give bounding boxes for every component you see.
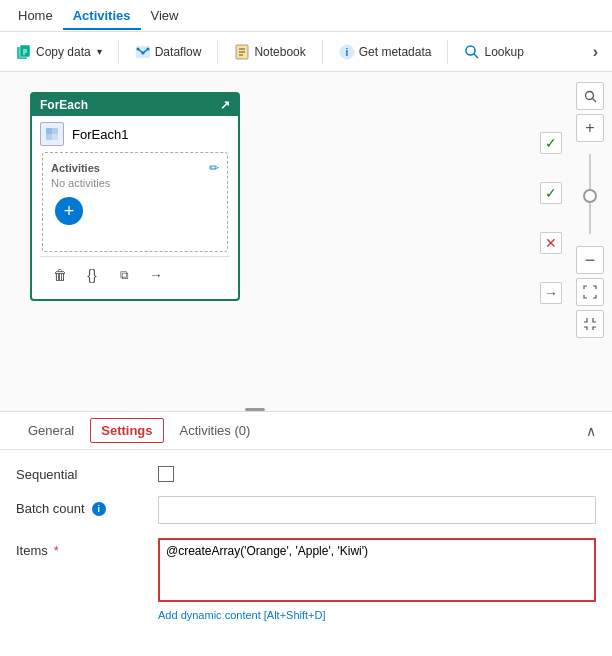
menu-activities[interactable]: Activities	[63, 2, 141, 29]
activities-edit-icon[interactable]: ✏	[209, 161, 219, 175]
menu-view[interactable]: View	[141, 2, 189, 29]
items-label: Items *	[16, 538, 146, 558]
svg-point-5	[146, 47, 149, 50]
foreach-body: ForEach1 Activities ✏ No activities + 🗑 …	[32, 116, 238, 299]
foreach-header: ForEach ↗	[32, 94, 238, 116]
bottom-panel: General Settings Activities (0) ∧ Sequen…	[0, 412, 612, 647]
zoom-in-button[interactable]: +	[576, 114, 604, 142]
canvas-drag-handle[interactable]	[245, 408, 265, 411]
sequential-control	[158, 462, 596, 482]
svg-rect-12	[46, 128, 52, 134]
batch-count-input[interactable]	[158, 496, 596, 524]
copy-data-label: Copy data	[36, 45, 91, 59]
check-success-icon: ✓	[540, 132, 562, 154]
get-metadata-label: Get metadata	[359, 45, 432, 59]
lookup-label: Lookup	[484, 45, 523, 59]
batch-count-row: Batch count i	[16, 496, 596, 524]
code-button[interactable]: {}	[80, 263, 104, 287]
more-button[interactable]: ›	[587, 39, 604, 65]
foreach-node-icon	[40, 122, 64, 146]
error-icon: ✕	[540, 232, 562, 254]
svg-point-4	[141, 51, 144, 54]
settings-panel: Sequential Batch count i Items *	[0, 450, 612, 647]
tab-settings[interactable]: Settings	[90, 418, 163, 443]
svg-line-11	[474, 54, 478, 58]
panel-collapse-button[interactable]: ∧	[586, 423, 596, 439]
batch-count-info-icon: i	[92, 502, 106, 516]
inner-activities-box: Activities ✏ No activities +	[42, 152, 228, 252]
foreach-expand-icon: ↗	[220, 98, 230, 112]
lookup-button[interactable]: Lookup	[456, 40, 531, 64]
toolbar: Copy data ▾ Dataflow Notebook	[0, 32, 612, 72]
sequential-label: Sequential	[16, 462, 146, 482]
foreach-node-label: ForEach1	[72, 127, 128, 142]
collapse-button[interactable]	[576, 310, 604, 338]
separator-1	[118, 40, 119, 64]
foreach-title: ForEach	[40, 98, 88, 112]
duplicate-button[interactable]: ⧉	[112, 263, 136, 287]
get-metadata-button[interactable]: i Get metadata	[331, 40, 440, 64]
sequential-checkbox[interactable]	[158, 466, 174, 482]
menu-bar: Home Activities View	[0, 0, 612, 32]
foreach-node-row: ForEach1	[40, 122, 230, 146]
items-row: Items * Add dynamic content [Alt+Shift+D…	[16, 538, 596, 621]
batch-count-label: Batch count i	[16, 496, 146, 516]
svg-point-10	[466, 46, 475, 55]
canvas-right-icons: ✓ ✓ ✕ →	[540, 132, 562, 304]
search-canvas-button[interactable]	[576, 82, 604, 110]
zoom-out-button[interactable]: −	[576, 246, 604, 274]
items-input[interactable]	[158, 538, 596, 602]
fit-to-screen-button[interactable]	[576, 278, 604, 306]
items-control: Add dynamic content [Alt+Shift+D]	[158, 538, 596, 621]
notebook-label: Notebook	[254, 45, 305, 59]
notebook-button[interactable]: Notebook	[226, 40, 313, 64]
dynamic-content-link[interactable]: Add dynamic content [Alt+Shift+D]	[158, 609, 596, 621]
zoom-thumb[interactable]	[583, 189, 597, 203]
copy-data-dropdown: ▾	[97, 46, 102, 57]
activities-subtitle: No activities	[51, 177, 219, 189]
copy-data-icon	[16, 44, 32, 60]
add-activity-button[interactable]: +	[55, 197, 83, 225]
zoom-slider[interactable]	[589, 150, 591, 238]
svg-point-16	[585, 91, 593, 99]
separator-4	[447, 40, 448, 64]
canvas-side-controls: + −	[576, 82, 604, 338]
check-active-icon: ✓	[540, 182, 562, 204]
svg-rect-14	[46, 134, 52, 140]
metadata-icon: i	[339, 44, 355, 60]
tab-activities[interactable]: Activities (0)	[168, 415, 263, 446]
menu-home[interactable]: Home	[8, 2, 63, 29]
arrow-button[interactable]: →	[144, 263, 168, 287]
batch-count-control	[158, 496, 596, 524]
dataflow-button[interactable]: Dataflow	[127, 40, 210, 64]
svg-text:i: i	[345, 47, 348, 58]
canvas-area: ForEach ↗ ForEach1 Activities	[0, 72, 612, 412]
tabs-row: General Settings Activities (0) ∧	[0, 412, 612, 450]
sequential-row: Sequential	[16, 462, 596, 482]
activities-title: Activities	[51, 162, 100, 174]
separator-2	[217, 40, 218, 64]
dataflow-label: Dataflow	[155, 45, 202, 59]
dataflow-icon	[135, 44, 151, 60]
tab-general[interactable]: General	[16, 415, 86, 446]
svg-line-17	[592, 98, 596, 102]
svg-rect-13	[52, 128, 58, 134]
separator-3	[322, 40, 323, 64]
svg-point-3	[136, 47, 139, 50]
notebook-icon	[234, 44, 250, 60]
foreach-node[interactable]: ForEach ↗ ForEach1 Activities	[30, 92, 240, 301]
zoom-track	[589, 154, 591, 234]
svg-rect-1	[20, 45, 30, 57]
foreach-toolbar: 🗑 {} ⧉ →	[40, 256, 230, 293]
lookup-icon	[464, 44, 480, 60]
delete-button[interactable]: 🗑	[48, 263, 72, 287]
inner-activities-header: Activities ✏	[51, 161, 219, 175]
items-required-marker: *	[54, 543, 59, 558]
arrow-right-icon: →	[540, 282, 562, 304]
copy-data-button[interactable]: Copy data ▾	[8, 40, 110, 64]
svg-rect-15	[52, 134, 58, 140]
